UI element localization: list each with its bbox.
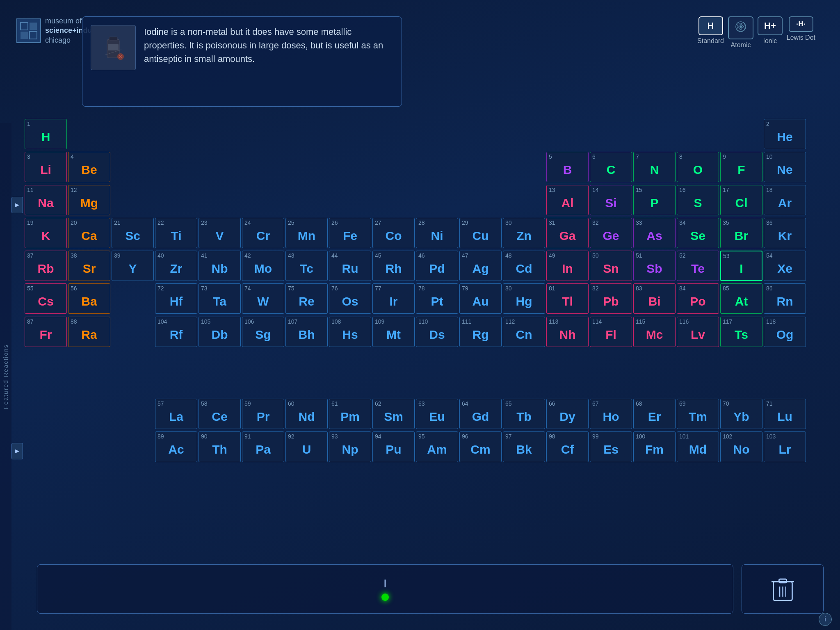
element-fr[interactable]: 87Fr	[25, 317, 67, 347]
element-kr[interactable]: 36Kr	[764, 218, 806, 248]
element-nd[interactable]: 60Nd	[285, 399, 328, 429]
element-pm[interactable]: 61Pm	[329, 399, 371, 429]
element-cr[interactable]: 24Cr	[242, 218, 284, 248]
element-fm[interactable]: 100Fm	[633, 431, 676, 462]
atomic-box[interactable]	[728, 16, 753, 39]
element-n[interactable]: 7N	[633, 152, 676, 182]
element-ra[interactable]: 88Ra	[68, 317, 110, 347]
element-hg[interactable]: 80Hg	[503, 283, 545, 314]
element-se[interactable]: 34Se	[677, 218, 719, 248]
view-btn-ionic[interactable]: H+ Ionic	[758, 16, 783, 45]
view-btn-standard[interactable]: H Standard	[697, 16, 724, 45]
element-o[interactable]: 8O	[677, 152, 719, 182]
element-f[interactable]: 9F	[720, 152, 762, 182]
element-md[interactable]: 101Md	[677, 431, 719, 462]
element-mg[interactable]: 12Mg	[68, 185, 110, 215]
element-tc[interactable]: 43Tc	[285, 251, 328, 281]
element-hs[interactable]: 108Hs	[329, 317, 371, 347]
element-lu[interactable]: 71Lu	[764, 399, 806, 429]
element-mt[interactable]: 109Mt	[372, 317, 415, 347]
element-si[interactable]: 14Si	[590, 185, 632, 215]
element-rn[interactable]: 86Rn	[764, 283, 806, 314]
element-cf[interactable]: 98Cf	[546, 431, 589, 462]
element-mn[interactable]: 25Mn	[285, 218, 328, 248]
element-fl[interactable]: 114Fl	[590, 317, 632, 347]
element-sm[interactable]: 62Sm	[372, 399, 415, 429]
element-ar[interactable]: 18Ar	[764, 185, 806, 215]
lewis-box[interactable]: ·H·	[789, 16, 813, 32]
element-sc[interactable]: 21Sc	[112, 218, 154, 248]
element-ti[interactable]: 22Ti	[155, 218, 197, 248]
element-ac[interactable]: 89Ac	[155, 431, 197, 462]
element-sr[interactable]: 38Sr	[68, 251, 110, 281]
element-rf[interactable]: 104Rf	[155, 317, 197, 347]
element-c[interactable]: 6C	[590, 152, 632, 182]
element-cn[interactable]: 112Cn	[503, 317, 545, 347]
element-be[interactable]: 4Be	[68, 152, 110, 182]
element-al[interactable]: 13Al	[546, 185, 589, 215]
element-re[interactable]: 75Re	[285, 283, 328, 314]
element-tl[interactable]: 81Tl	[546, 283, 589, 314]
element-ir[interactable]: 77Ir	[372, 283, 415, 314]
ionic-box[interactable]: H+	[758, 16, 783, 35]
element-li[interactable]: 3Li	[25, 152, 67, 182]
element-dy[interactable]: 66Dy	[546, 399, 589, 429]
element-ce[interactable]: 58Ce	[199, 399, 241, 429]
element-co[interactable]: 27Co	[372, 218, 415, 248]
element-cm[interactable]: 96Cm	[459, 431, 502, 462]
element-zn[interactable]: 30Zn	[503, 218, 545, 248]
element-y[interactable]: 39Y	[112, 251, 154, 281]
element-am[interactable]: 95Am	[416, 431, 458, 462]
element-bi[interactable]: 83Bi	[633, 283, 676, 314]
element-ga[interactable]: 31Ga	[546, 218, 589, 248]
element-er[interactable]: 68Er	[633, 399, 676, 429]
view-btn-atomic[interactable]: Atomic	[728, 16, 753, 49]
element-br[interactable]: 35Br	[720, 218, 762, 248]
element-na[interactable]: 11Na	[25, 185, 67, 215]
element-ni[interactable]: 28Ni	[416, 218, 458, 248]
element-cu[interactable]: 29Cu	[459, 218, 502, 248]
element-k[interactable]: 19K	[25, 218, 67, 248]
element-pu[interactable]: 94Pu	[372, 431, 415, 462]
element-p[interactable]: 15P	[633, 185, 676, 215]
element-sb[interactable]: 51Sb	[633, 251, 676, 281]
element-os[interactable]: 76Os	[329, 283, 371, 314]
element-pt[interactable]: 78Pt	[416, 283, 458, 314]
element-cd[interactable]: 48Cd	[503, 251, 545, 281]
element-lr[interactable]: 103Lr	[764, 431, 806, 462]
element-ru[interactable]: 44Ru	[329, 251, 371, 281]
element-i[interactable]: 53I	[720, 251, 762, 281]
element-au[interactable]: 79Au	[459, 283, 502, 314]
element-in[interactable]: 49In	[546, 251, 589, 281]
element-ge[interactable]: 32Ge	[590, 218, 632, 248]
arrow-btn-top[interactable]: ►	[11, 197, 23, 213]
element-ca[interactable]: 20Ca	[68, 218, 110, 248]
element-fe[interactable]: 26Fe	[329, 218, 371, 248]
element-no[interactable]: 102No	[720, 431, 762, 462]
element-yb[interactable]: 70Yb	[720, 399, 762, 429]
element-es[interactable]: 99Es	[590, 431, 632, 462]
element-pa[interactable]: 91Pa	[242, 431, 284, 462]
element-xe[interactable]: 54Xe	[764, 251, 806, 281]
element-s[interactable]: 16S	[677, 185, 719, 215]
element-ag[interactable]: 47Ag	[459, 251, 502, 281]
element-eu[interactable]: 63Eu	[416, 399, 458, 429]
element-np[interactable]: 93Np	[329, 431, 371, 462]
element-bh[interactable]: 107Bh	[285, 317, 328, 347]
element-v[interactable]: 23V	[199, 218, 241, 248]
element-cl[interactable]: 17Cl	[720, 185, 762, 215]
element-og[interactable]: 118Og	[764, 317, 806, 347]
element-zr[interactable]: 40Zr	[155, 251, 197, 281]
element-ne[interactable]: 10Ne	[764, 152, 806, 182]
element-cs[interactable]: 55Cs	[25, 283, 67, 314]
standard-box[interactable]: H	[698, 16, 723, 35]
element-pr[interactable]: 59Pr	[242, 399, 284, 429]
arrow-btn-bottom[interactable]: ►	[11, 443, 23, 459]
element-lv[interactable]: 116Lv	[677, 317, 719, 347]
element-hf[interactable]: 72Hf	[155, 283, 197, 314]
element-mo[interactable]: 42Mo	[242, 251, 284, 281]
element-pd[interactable]: 46Pd	[416, 251, 458, 281]
element-te[interactable]: 52Te	[677, 251, 719, 281]
element-th[interactable]: 90Th	[199, 431, 241, 462]
element-as[interactable]: 33As	[633, 218, 676, 248]
